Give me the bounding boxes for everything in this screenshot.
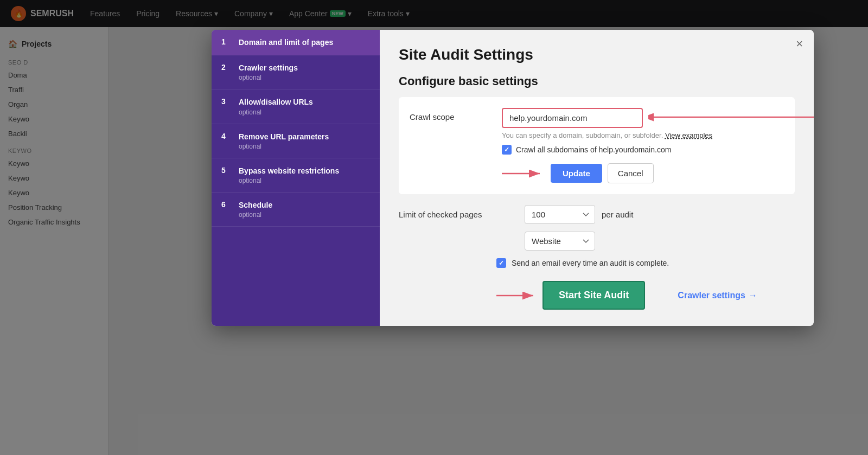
modal-step-6[interactable]: 6 Schedule optional bbox=[212, 193, 380, 227]
modal-step-2[interactable]: 2 Crawler settings optional bbox=[212, 55, 380, 89]
modal-step-1[interactable]: 1 Domain and limit of pages bbox=[212, 30, 380, 55]
website-select[interactable]: Website Subdomain Subfolder bbox=[525, 232, 595, 251]
modal-step-3[interactable]: 3 Allow/disallow URLs optional bbox=[212, 89, 380, 124]
step-6-title: Schedule bbox=[239, 200, 272, 210]
email-label: Send an email every time an audit is com… bbox=[512, 259, 669, 267]
start-audit-arrow-annotation bbox=[496, 284, 540, 307]
limit-label: Limit of checked pages bbox=[399, 210, 518, 219]
cancel-button[interactable]: Cancel bbox=[608, 163, 654, 183]
crawl-scope-right: You can specify a domain, subdomain, or … bbox=[502, 108, 784, 183]
email-checkbox[interactable] bbox=[496, 258, 506, 268]
crawl-scope-arrow-annotation bbox=[648, 109, 814, 125]
step-5-title: Bypass website restrictions bbox=[239, 166, 339, 176]
step-4-title: Remove URL parameters bbox=[239, 132, 329, 142]
subdomains-checkbox[interactable] bbox=[502, 145, 512, 155]
crawl-scope-row: Crawl scope bbox=[410, 108, 784, 183]
crawler-settings-link[interactable]: Crawler settings → bbox=[678, 291, 757, 300]
per-audit-label: per audit bbox=[602, 210, 633, 219]
crawl-scope-label: Crawl scope bbox=[410, 108, 491, 121]
checkbox-subdomains-row: Crawl all subdomains of help.yourdomain.… bbox=[502, 145, 784, 155]
crawl-scope-input[interactable] bbox=[502, 108, 643, 128]
crawl-scope-box: Crawl scope bbox=[399, 97, 795, 194]
crawl-scope-input-wrap bbox=[502, 108, 784, 128]
modal: 1 Domain and limit of pages 2 Crawler se… bbox=[212, 30, 814, 326]
start-audit-button[interactable]: Start Site Audit bbox=[542, 281, 645, 310]
step-5-num: 5 bbox=[221, 166, 232, 175]
step-4-sub: optional bbox=[239, 143, 329, 150]
limit-select[interactable]: 100 500 1000 5000 bbox=[525, 205, 595, 224]
step-2-sub: optional bbox=[239, 74, 298, 81]
step-4-num: 4 bbox=[221, 132, 232, 140]
modal-step-4[interactable]: 4 Remove URL parameters optional bbox=[212, 124, 380, 158]
subdomains-label: Crawl all subdomains of help.yourdomain.… bbox=[516, 145, 671, 154]
close-button[interactable]: × bbox=[796, 38, 803, 50]
crawler-settings-arrow-icon: → bbox=[749, 291, 757, 300]
step-2-num: 2 bbox=[221, 63, 232, 72]
step-6-num: 6 bbox=[221, 200, 232, 209]
modal-title: Site Audit Settings bbox=[399, 46, 795, 63]
step-3-sub: optional bbox=[239, 108, 313, 116]
modal-step-5[interactable]: 5 Bypass website restrictions optional bbox=[212, 158, 380, 193]
modal-main: × Site Audit Settings Configure basic se… bbox=[380, 30, 814, 326]
website-row: Website Subdomain Subfolder bbox=[399, 232, 795, 251]
step-5-sub: optional bbox=[239, 177, 339, 184]
limit-row: Limit of checked pages 100 500 1000 5000… bbox=[399, 205, 795, 224]
update-arrow-annotation bbox=[502, 164, 551, 183]
update-button[interactable]: Update bbox=[551, 164, 602, 183]
step-3-num: 3 bbox=[221, 97, 232, 106]
section-title: Configure basic settings bbox=[399, 74, 795, 88]
step-3-title: Allow/disallow URLs bbox=[239, 97, 313, 107]
step-2-title: Crawler settings bbox=[239, 63, 298, 73]
step-1-num: 1 bbox=[221, 37, 232, 46]
start-audit-wrap: Start Site Audit Crawler settings → bbox=[399, 281, 795, 310]
step-1-title: Domain and limit of pages bbox=[239, 37, 333, 47]
crawl-scope-hint: You can specify a domain, subdomain, or … bbox=[502, 131, 784, 139]
view-examples-link[interactable]: View examples bbox=[665, 131, 712, 139]
step-6-sub: optional bbox=[239, 211, 272, 219]
modal-sidebar: 1 Domain and limit of pages 2 Crawler se… bbox=[212, 30, 380, 326]
btn-row: Update Cancel bbox=[502, 163, 784, 183]
email-row: Send an email every time an audit is com… bbox=[399, 258, 795, 268]
